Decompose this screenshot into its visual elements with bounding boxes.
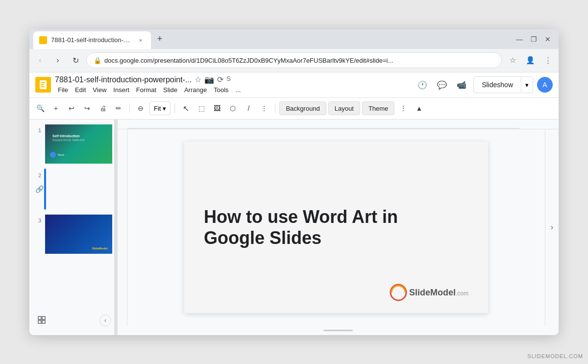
back-button[interactable]: ‹ <box>33 53 47 67</box>
video-button[interactable]: 📹 <box>454 77 469 93</box>
user-avatar[interactable]: A <box>537 77 553 93</box>
new-tab-button[interactable]: + <box>153 32 167 46</box>
more-tools-btn[interactable]: ⋮ <box>257 101 271 115</box>
slide-number-2: 2 <box>33 172 41 178</box>
extensions-button[interactable]: ⋮ <box>541 53 555 67</box>
doc-title[interactable]: 7881-01-self-introduction-powerpoint-... <box>55 75 192 84</box>
browser-window: 7881-01-self-introduction-powe... × + — … <box>29 29 559 335</box>
line-tool[interactable]: / <box>242 101 255 115</box>
profile-button[interactable]: 👤 <box>523 53 537 67</box>
url-bar[interactable]: 🔒 docs.google.com/presentation/d/1D9CiL0… <box>86 52 502 68</box>
slide-number-1: 1 <box>33 127 41 133</box>
svg-rect-8 <box>42 316 45 319</box>
shape-tool[interactable]: ⬡ <box>226 101 240 115</box>
menu-edit[interactable]: Edit <box>72 85 89 95</box>
menu-insert[interactable]: Insert <box>110 85 132 95</box>
slide-number-3: 3 <box>33 218 41 223</box>
slide-thumbnail-2[interactable]: How to use Word Art in Google Slides <box>44 169 46 210</box>
comment-button[interactable]: 💬 <box>434 77 450 93</box>
image-tool[interactable]: 🖼 <box>210 101 224 115</box>
add-button[interactable]: + <box>49 101 63 115</box>
redo-button[interactable]: ↪ <box>80 101 94 115</box>
slide-main-title[interactable]: How to use Word Art in Google Slides <box>204 206 449 248</box>
menu-file[interactable]: File <box>55 85 71 95</box>
more-options-button[interactable]: ⋮ <box>396 101 410 115</box>
address-bar: ‹ › ↻ 🔒 docs.google.com/presentation/d/1… <box>29 49 559 73</box>
separator-2 <box>174 103 175 113</box>
zoom-in-button[interactable]: 🔍 <box>33 101 47 115</box>
right-scroll-button[interactable]: › <box>545 129 559 326</box>
svg-rect-1 <box>41 82 45 83</box>
slideshow-button[interactable]: Slideshow <box>473 76 521 93</box>
main-content: 1 Self Introduction PRESENTATION TEMPLAT… <box>29 120 559 335</box>
menu-view[interactable]: View <box>90 85 109 95</box>
bookmark-button[interactable]: ☆ <box>506 53 519 67</box>
maximize-button[interactable]: ❐ <box>531 35 537 43</box>
menu-tools[interactable]: Tools <box>211 85 231 95</box>
slide-thumbnail-3[interactable]: SlideModel. <box>44 214 113 255</box>
doc-menu: File Edit View Insert Format Slide Arran… <box>55 85 411 95</box>
collapse-panel-button[interactable]: ‹ <box>99 315 111 326</box>
tab-favicon <box>39 36 47 44</box>
zoom-selector[interactable]: Fit ▾ <box>149 101 171 115</box>
canvas-with-ruler: How to use Word Art in Google Slides Sli… <box>118 129 559 326</box>
menu-format[interactable]: Format <box>133 85 159 95</box>
undo-button[interactable]: ↩ <box>65 101 78 115</box>
select-tool[interactable]: ⬚ <box>195 101 208 115</box>
lock-icon: 🔒 <box>94 57 101 64</box>
svg-rect-10 <box>42 320 45 323</box>
link-icon: 🔗 <box>35 185 44 193</box>
panel-bottom-controls: ‹ <box>29 310 117 331</box>
forward-button[interactable]: › <box>51 53 65 67</box>
cloud-icon[interactable]: S <box>226 75 231 84</box>
progress-bar <box>323 330 353 331</box>
grid-view-button[interactable] <box>35 314 49 327</box>
slideshow-dropdown-button[interactable]: ▾ <box>521 76 533 93</box>
zoom-dropdown-icon: ▾ <box>163 105 166 112</box>
svg-point-12 <box>391 285 406 300</box>
collapse-toolbar-button[interactable]: ▲ <box>412 101 426 115</box>
logo-text: SlideModel <box>409 288 456 297</box>
slide-panel: 1 Self Introduction PRESENTATION TEMPLAT… <box>29 120 118 335</box>
list-item: 3 SlideModel. <box>29 214 117 255</box>
svg-rect-7 <box>38 316 41 319</box>
print-button[interactable]: 🖨 <box>96 101 110 115</box>
chevron-right-icon: › <box>551 223 553 232</box>
tab-title: 7881-01-self-introduction-powe... <box>51 36 132 44</box>
doc-title-row: 7881-01-self-introduction-powerpoint-...… <box>55 75 411 84</box>
watermark: SLIDEMODEL.COM <box>527 353 583 359</box>
tab-close-button[interactable]: × <box>136 36 145 45</box>
menu-slide[interactable]: Slide <box>160 85 180 95</box>
theme-button[interactable]: Theme <box>362 101 394 115</box>
star-icon[interactable]: ☆ <box>195 75 201 84</box>
svg-rect-9 <box>38 320 41 323</box>
list-item: 2 🔗 How to use Word Art in Google Slides <box>29 169 117 210</box>
layout-button[interactable]: Layout <box>328 101 360 115</box>
paint-format-button[interactable]: ✏ <box>112 101 125 115</box>
window-controls: — ❐ ✕ <box>516 35 555 43</box>
close-button[interactable]: ✕ <box>545 35 551 43</box>
zoom-out-icon[interactable]: ⊖ <box>134 101 147 115</box>
svg-rect-3 <box>41 86 45 87</box>
doc-icons: ☆ 📷 ⟳ S <box>195 75 231 84</box>
browser-tab[interactable]: 7881-01-self-introduction-powe... × <box>33 31 151 49</box>
logo-suffix: .com <box>456 290 468 297</box>
svg-rect-2 <box>41 84 44 85</box>
minimize-button[interactable]: — <box>516 35 523 43</box>
url-text: docs.google.com/presentation/d/1D9CiL08o… <box>104 57 494 64</box>
menu-arrange[interactable]: Arrange <box>181 85 210 95</box>
slide-thumbnail-1[interactable]: Self Introduction PRESENTATION TEMPLATE … <box>44 123 113 165</box>
slide-canvas[interactable]: How to use Word Art in Google Slides Sli… <box>127 129 545 326</box>
canvas-area: /* ruler ticks */ How to use Word Art in… <box>118 120 559 335</box>
refresh-icon[interactable]: ⟳ <box>217 75 223 84</box>
separator-3 <box>275 103 275 113</box>
reload-button[interactable]: ↻ <box>69 53 82 67</box>
slide-view: How to use Word Art in Google Slides Sli… <box>184 142 488 313</box>
background-button[interactable]: Background <box>279 101 326 115</box>
cursor-tool[interactable]: ↖ <box>179 101 193 115</box>
slide-3-content: SlideModel. <box>45 215 112 254</box>
history-button[interactable]: 🕐 <box>415 77 430 93</box>
camera-icon[interactable]: 📷 <box>204 75 214 84</box>
menu-more[interactable]: ... <box>233 85 244 95</box>
zoom-value: Fit <box>154 105 161 112</box>
